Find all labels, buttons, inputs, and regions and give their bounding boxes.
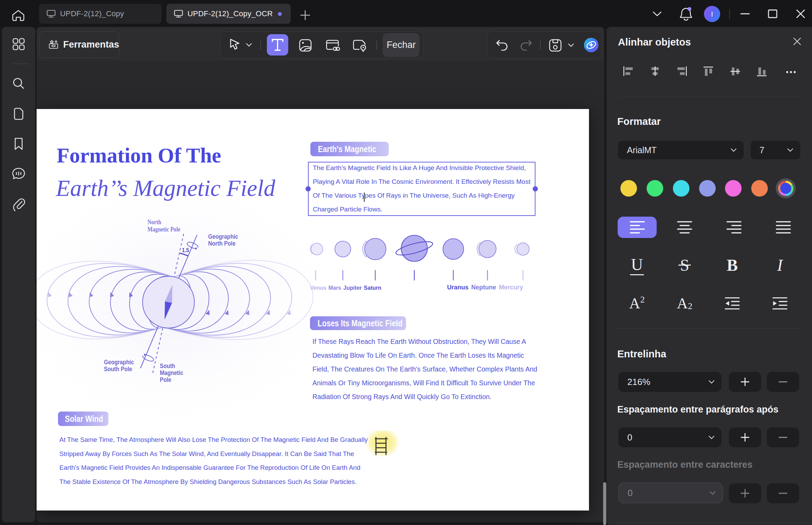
- maximize-button[interactable]: [762, 0, 784, 28]
- font-size-select[interactable]: 7: [751, 141, 800, 159]
- sidebar-item-search[interactable]: [11, 76, 26, 91]
- color-wheel-button[interactable]: [775, 178, 796, 199]
- select-tool-dropdown[interactable]: [246, 43, 252, 47]
- align-objects-more-button[interactable]: [785, 69, 797, 75]
- sidebar-item-attachments[interactable]: [11, 197, 26, 212]
- font-family-select[interactable]: ArialMT: [618, 141, 744, 159]
- paragraph-spacing-decrease-button[interactable]: [767, 427, 799, 447]
- bold-button[interactable]: B: [715, 254, 750, 276]
- text-diagram-geo-north-l1: Geographic: [208, 233, 238, 240]
- align-objects-center-button[interactable]: [650, 66, 660, 77]
- minimize-button[interactable]: [734, 0, 756, 28]
- character-spacing-select: 0: [618, 483, 723, 503]
- align-objects-bottom-button[interactable]: [756, 66, 767, 77]
- home-button[interactable]: [11, 10, 25, 21]
- notifications-button[interactable]: [679, 6, 693, 22]
- close-window-button[interactable]: [790, 0, 812, 28]
- line-spacing-select[interactable]: 216%: [618, 372, 722, 392]
- format-panel: Alinhar objetos: [607, 27, 812, 525]
- body-line: Radiation Of Strong Rays And Will Quickl…: [312, 393, 492, 401]
- textbox-line: Playing A Vital Role In The Cosmic Envir…: [313, 178, 530, 186]
- text-panel-para-after-value: 0: [627, 432, 632, 443]
- panel-divider: [617, 96, 802, 96]
- selection-handle-left[interactable]: [306, 186, 311, 191]
- stamp-tool-button[interactable]: [353, 39, 367, 52]
- textbox-line: The Earth's Magnetic Field Is Like A Hug…: [313, 164, 526, 172]
- text-3-text: Saturn: [364, 285, 381, 291]
- color-swatch-periwinkle[interactable]: [699, 180, 716, 197]
- tab-updf-copy[interactable]: UPDF-2(12)_Copy: [39, 4, 162, 24]
- planet-labels-left: VenusMarsJupiterSaturn: [310, 285, 384, 291]
- text-align-justify-button[interactable]: [764, 217, 803, 238]
- link-tool-button[interactable]: [326, 39, 340, 52]
- chevron-down-icon: [709, 491, 716, 495]
- sidebar-item-pages[interactable]: [11, 106, 26, 121]
- chevron-down-icon: [246, 43, 252, 47]
- line-spacing-decrease-button[interactable]: [767, 372, 799, 392]
- sidebar-item-bookmarks[interactable]: [11, 136, 26, 151]
- superscript-button[interactable]: A2: [620, 292, 654, 315]
- text-panel-sup-exp: 2: [640, 295, 645, 305]
- textbox-line: Charged Particle Flows.: [313, 206, 383, 213]
- align-bottom-icon: [756, 66, 767, 77]
- undo-button[interactable]: [496, 39, 508, 51]
- paragraph-spacing-select[interactable]: 0: [618, 427, 722, 447]
- tools-menu-button[interactable]: Ferramentas: [39, 31, 119, 58]
- grid-icon: [12, 37, 26, 51]
- selection-handle-right[interactable]: [533, 186, 538, 191]
- ai-assistant-button[interactable]: [583, 37, 599, 53]
- color-swatch-yellow[interactable]: [620, 180, 637, 197]
- text-panel-bold-label: B: [727, 256, 738, 275]
- paragraph-spacing-increase-button[interactable]: [729, 427, 761, 447]
- minus-icon: [779, 436, 787, 438]
- image-tool-button[interactable]: [299, 39, 312, 52]
- save-dropdown[interactable]: [568, 43, 574, 47]
- save-button[interactable]: [549, 39, 562, 52]
- text-2-text: Jupiter: [344, 285, 362, 291]
- sidebar-item-comments[interactable]: [11, 166, 26, 181]
- close-edit-button[interactable]: Fechar: [383, 33, 419, 57]
- indent-button[interactable]: [763, 292, 797, 315]
- chevron-down-icon: [652, 11, 662, 17]
- subscript-button[interactable]: A2: [667, 292, 702, 315]
- page-icon: [12, 107, 25, 121]
- body-line: If These Rays Reach The Earth Without Ob…: [312, 338, 526, 346]
- align-objects-left-button[interactable]: [623, 66, 634, 77]
- chevron-down-icon: [787, 148, 793, 152]
- image-icon: [299, 39, 312, 52]
- tab-updf-copy-ocr[interactable]: UPDF-2(12)_Copy_OCR: [166, 4, 291, 24]
- strikethrough-button[interactable]: S: [667, 254, 702, 276]
- scrollbar-thumb[interactable]: [603, 482, 606, 525]
- color-swatch-orange[interactable]: [751, 180, 768, 197]
- align-objects-top-button[interactable]: [703, 66, 714, 77]
- redo-button[interactable]: [520, 39, 532, 51]
- align-objects-middle-button[interactable]: [730, 66, 741, 77]
- italic-button[interactable]: I: [763, 254, 797, 276]
- pdf-page[interactable]: Formation Of The Earth’’s Magnetic Field…: [37, 109, 589, 511]
- outdent-button[interactable]: [715, 292, 750, 315]
- text-align-right-button[interactable]: [714, 217, 753, 238]
- bookmark-icon: [13, 137, 25, 151]
- body-line: Devastating Blow To Life On Earth. Once …: [312, 351, 524, 359]
- color-swatch-cyan[interactable]: [673, 180, 689, 197]
- color-swatch-green[interactable]: [647, 180, 663, 197]
- select-tool-button[interactable]: [229, 38, 241, 51]
- avatar[interactable]: I: [704, 6, 720, 22]
- menu-expand-button[interactable]: [652, 11, 662, 17]
- planets-row: [310, 235, 529, 261]
- new-tab-button[interactable]: [299, 9, 311, 21]
- text-align-left-button[interactable]: [618, 217, 657, 238]
- text-align-center-button[interactable]: [665, 217, 704, 238]
- align-objects-right-button[interactable]: [676, 66, 687, 77]
- color-swatch-pink[interactable]: [725, 180, 742, 197]
- text-panel-sub-exp: 2: [688, 301, 692, 311]
- close-panel-button[interactable]: [793, 37, 801, 46]
- underline-button[interactable]: U: [620, 254, 654, 276]
- text-caret: [364, 192, 365, 202]
- line-spacing-increase-button[interactable]: [729, 372, 761, 392]
- text-align-justify-icon: [776, 221, 791, 234]
- text-tool-button[interactable]: [267, 34, 288, 56]
- text-2-text: Mercury: [499, 284, 523, 291]
- color-wheel-icon: [775, 178, 796, 199]
- sidebar-item-panels[interactable]: [11, 37, 26, 52]
